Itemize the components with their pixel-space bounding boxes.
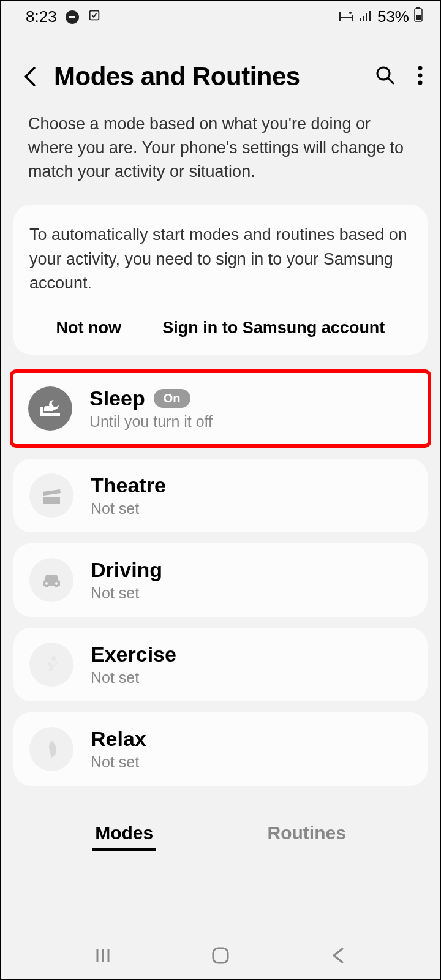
mode-item-theatre[interactable]: Theatre Not set: [13, 459, 428, 532]
nav-recents-button[interactable]: [91, 943, 115, 968]
theatre-icon: [29, 473, 74, 518]
svg-rect-4: [366, 13, 368, 21]
mode-status-badge: On: [154, 389, 190, 408]
svg-point-14: [51, 656, 56, 661]
mode-title: Relax: [91, 727, 412, 751]
svg-rect-5: [369, 11, 371, 21]
svg-rect-8: [416, 15, 421, 20]
tab-routines[interactable]: Routines: [265, 818, 348, 851]
mode-subtitle: Until you turn it off: [89, 413, 413, 431]
svg-point-11: [418, 66, 423, 70]
mode-title: Theatre: [91, 473, 412, 497]
not-now-button[interactable]: Not now: [50, 315, 127, 341]
signal-icon: [359, 7, 372, 26]
svg-rect-18: [213, 948, 228, 963]
navigation-bar: [1, 929, 440, 979]
dnd-icon: [66, 10, 79, 24]
notification-icon: [88, 7, 101, 26]
battery-icon: [414, 7, 423, 26]
svg-line-10: [388, 78, 393, 83]
page-title: Modes and Routines: [54, 62, 364, 91]
signin-card: To automatically start modes and routine…: [13, 205, 428, 354]
mode-title: Exercise: [91, 643, 412, 666]
back-button[interactable]: [18, 64, 43, 89]
mode-subtitle: Not set: [91, 669, 412, 687]
mode-item-driving[interactable]: Driving Not set: [13, 543, 428, 617]
svg-rect-3: [363, 16, 364, 21]
mode-subtitle: Not set: [91, 753, 412, 771]
bed-icon: [338, 7, 354, 26]
relax-icon: [29, 727, 74, 771]
svg-point-13: [418, 81, 423, 85]
search-button[interactable]: [375, 65, 396, 88]
page-description: Choose a mode based on what you're doing…: [1, 104, 440, 201]
tab-modes[interactable]: Modes: [92, 818, 156, 851]
more-options-button[interactable]: [418, 65, 423, 88]
status-time: 8:23: [26, 7, 57, 26]
nav-back-button[interactable]: [326, 943, 350, 968]
mode-item-sleep[interactable]: Sleep On Until you turn it off: [10, 369, 431, 448]
signin-samsung-button[interactable]: Sign in to Samsung account: [156, 315, 391, 341]
battery-percent: 53%: [377, 7, 409, 26]
mode-item-relax[interactable]: Relax Not set: [13, 712, 428, 786]
signin-text: To automatically start modes and routine…: [29, 223, 412, 295]
bottom-tabs: Modes Routines: [1, 797, 440, 858]
mode-title: Sleep: [89, 386, 145, 410]
header: Modes and Routines: [1, 30, 440, 104]
svg-rect-2: [360, 18, 361, 21]
mode-subtitle: Not set: [91, 584, 412, 602]
svg-point-1: [349, 12, 352, 14]
mode-subtitle: Not set: [91, 500, 412, 518]
status-bar: 8:23 53%: [1, 1, 440, 30]
mode-item-exercise[interactable]: Exercise Not set: [13, 628, 428, 701]
sleep-icon: [28, 386, 72, 431]
svg-point-12: [418, 74, 423, 78]
exercise-icon: [29, 643, 74, 687]
mode-title: Driving: [91, 558, 412, 582]
nav-home-button[interactable]: [208, 943, 233, 968]
driving-icon: [29, 558, 74, 602]
